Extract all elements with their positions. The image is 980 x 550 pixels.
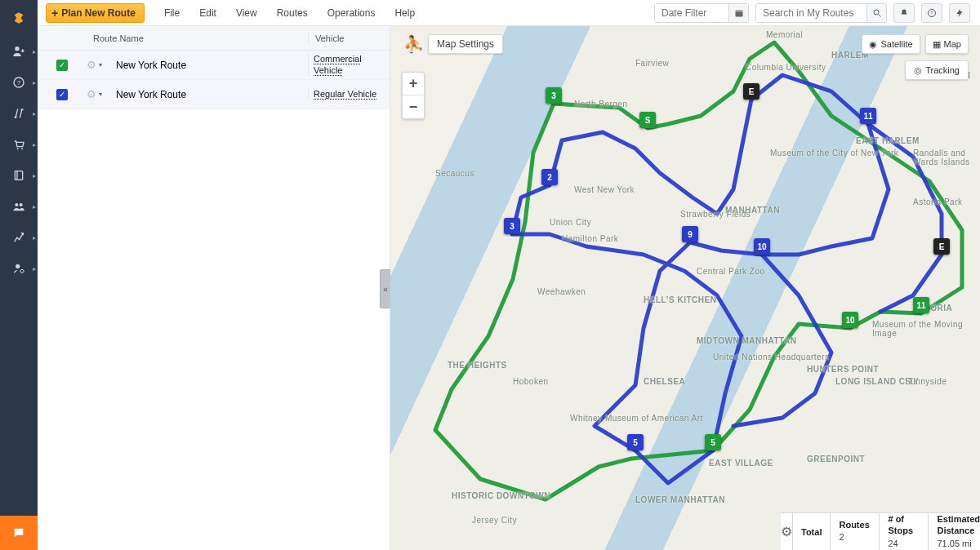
svg-point-7 (20, 203, 23, 206)
gear-icon[interactable]: ⚙ (87, 59, 96, 71)
calendar-icon[interactable] (728, 4, 748, 22)
totals-value: 71.05 mi (937, 537, 977, 550)
route-stop-marker[interactable]: 5 (705, 434, 721, 450)
search-icon[interactable] (866, 4, 886, 22)
route-stop-marker[interactable]: 11 (860, 108, 876, 124)
zoom-out-button[interactable]: − (403, 95, 424, 118)
column-header-vehicle[interactable]: Vehicle (308, 33, 390, 43)
quick-action-button[interactable] (949, 3, 970, 23)
route-stop-marker[interactable]: 3 (504, 218, 520, 234)
menu-edit[interactable]: Edit (189, 0, 226, 26)
totals-cell: Routes2 (831, 513, 880, 550)
route-stop-marker[interactable]: 3 (546, 87, 562, 104)
route-stop-marker[interactable]: 9 (682, 226, 698, 242)
collapse-panel-button[interactable]: « (380, 269, 390, 308)
chevron-down-icon[interactable]: ▾ (99, 91, 102, 98)
chevron-down-icon[interactable]: ▾ (99, 61, 102, 69)
route-checkbox[interactable]: ✓ (56, 89, 68, 100)
totals-header: Estimated Distance (937, 513, 977, 537)
date-filter[interactable] (654, 3, 749, 23)
nav-book[interactable]: ▸ (0, 160, 38, 191)
totals-value: 24 (888, 537, 920, 550)
totals-cell: # of Stops24 (880, 513, 929, 550)
route-vehicle[interactable]: Commercial Vehicle (308, 54, 390, 75)
route-stop-marker[interactable]: S (639, 112, 656, 128)
notifications-button[interactable] (893, 3, 915, 23)
nav-cart[interactable]: ▸ (0, 129, 38, 160)
date-filter-input[interactable] (655, 4, 728, 22)
route-row[interactable]: ✓⚙▾New York RouteRegular Vehicle (38, 80, 390, 109)
route-stop-marker[interactable]: E (933, 238, 950, 255)
route-stop-marker[interactable]: 10 (754, 238, 770, 255)
route-list-panel: Route Name Vehicle ✓⚙▾New York RouteComm… (38, 26, 390, 550)
map-button[interactable]: ▦Map (925, 34, 969, 54)
route-name: New York Route (109, 89, 308, 100)
route-stop-marker[interactable]: 10 (842, 312, 858, 328)
plan-new-route-button[interactable]: + Plan New Route (46, 3, 145, 23)
menu-view[interactable]: View (226, 0, 267, 26)
menu-file[interactable]: File (154, 0, 189, 26)
globe-icon: ◉ (869, 39, 877, 50)
satellite-button[interactable]: ◉Satellite (862, 34, 920, 54)
totals-label: Total (793, 513, 831, 550)
totals-header: Routes (839, 519, 871, 530)
route-stop-marker[interactable]: E (743, 83, 760, 100)
route-row[interactable]: ✓⚙▾New York RouteCommercial Vehicle (38, 51, 390, 80)
plus-icon: + (51, 7, 58, 19)
nav-help[interactable]: ?▸ (0, 67, 38, 98)
route-list-header: Route Name Vehicle (38, 26, 390, 51)
map-icon: ▦ (933, 39, 941, 50)
totals-value: 2 (839, 530, 871, 544)
map-viewport[interactable]: ⛹ Map Settings + − ◉Satellite ▦Map ◎Trac… (390, 26, 980, 550)
menu-operations[interactable]: Operations (318, 0, 385, 26)
search-my-routes[interactable] (755, 3, 887, 23)
map-settings-button[interactable]: Map Settings (428, 34, 503, 54)
svg-point-12 (874, 10, 879, 15)
svg-line-13 (878, 14, 880, 16)
nav-chart[interactable]: ▸ (0, 222, 38, 253)
nav-add-user[interactable]: ▸ (0, 36, 38, 67)
totals-bar: ⚙ Total Routes2# of Stops24Estimated Dis… (781, 512, 980, 550)
support-chat-button[interactable] (0, 516, 38, 550)
svg-point-8 (16, 264, 20, 268)
totals-cell: Estimated Distance71.05 mi (929, 513, 980, 550)
nav-team[interactable]: ▸ (0, 191, 38, 222)
svg-text:?: ? (930, 11, 933, 16)
column-header-name[interactable]: Route Name (87, 33, 308, 43)
svg-rect-11 (735, 10, 742, 12)
zoom-control: + − (402, 72, 425, 119)
streetview-pegman-icon[interactable]: ⛹ (403, 34, 424, 54)
svg-point-6 (15, 203, 18, 206)
svg-text:?: ? (17, 79, 21, 86)
route-stop-marker[interactable]: 5 (627, 434, 644, 450)
app-logo-icon (0, 0, 38, 36)
nav-route-arrows[interactable]: ▸ (0, 98, 38, 129)
route-overlay (390, 26, 980, 550)
menu-routes[interactable]: Routes (267, 0, 318, 26)
target-icon: ◎ (914, 65, 922, 76)
menu-help[interactable]: Help (385, 0, 425, 26)
map-type-toggle: ◉Satellite ▦Map (862, 34, 969, 54)
route-stop-marker[interactable]: 11 (913, 297, 929, 313)
zoom-in-button[interactable]: + (403, 73, 424, 95)
top-toolbar: + Plan New Route FileEditViewRoutesOpera… (38, 0, 980, 26)
search-input[interactable] (756, 4, 866, 22)
plan-new-route-label: Plan New Route (61, 7, 136, 19)
svg-point-2 (17, 148, 19, 149)
help-button[interactable]: ? (921, 3, 942, 23)
svg-rect-4 (15, 171, 22, 180)
svg-point-3 (21, 148, 23, 149)
route-checkbox[interactable]: ✓ (56, 60, 68, 71)
menubar: FileEditViewRoutesOperationsHelp (154, 0, 425, 26)
totals-settings-button[interactable]: ⚙ (781, 513, 793, 550)
nav-user-gear[interactable]: ▸ (0, 253, 38, 284)
route-vehicle[interactable]: Regular Vehicle (308, 89, 390, 100)
route-stop-marker[interactable]: 2 (541, 169, 558, 185)
gear-icon[interactable]: ⚙ (87, 88, 96, 100)
left-nav-rail: ▸?▸▸▸▸▸▸▸ (0, 0, 38, 550)
tracking-button[interactable]: ◎Tracking (905, 60, 969, 80)
totals-header: # of Stops (888, 513, 920, 537)
route-name: New York Route (109, 60, 308, 71)
svg-point-9 (20, 269, 24, 273)
